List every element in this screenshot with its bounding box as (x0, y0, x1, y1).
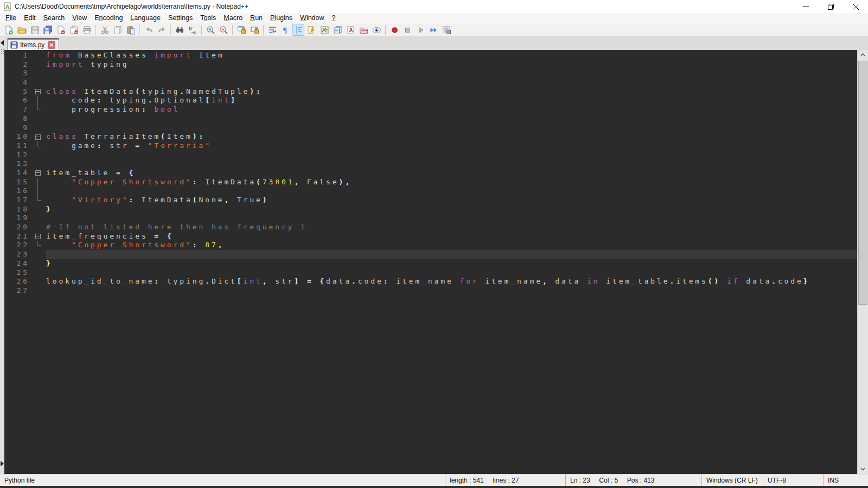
close-file-button[interactable] (55, 24, 67, 36)
code-line[interactable]: 11 game: str = "Terraria" (4, 142, 857, 151)
replace-button[interactable]: ba (187, 24, 199, 36)
tab-close-button[interactable] (48, 41, 55, 49)
code-line[interactable]: 1from BaseClasses import Item (4, 51, 857, 60)
show-all-characters-icon: ¶ (281, 25, 290, 35)
code-line[interactable]: 12 (4, 151, 857, 160)
macro-run-multiple-button[interactable] (427, 24, 439, 36)
menu-item-edit[interactable]: Edit (20, 14, 40, 23)
indent-guide-button[interactable] (292, 24, 304, 36)
macro-stop-button[interactable] (401, 24, 413, 36)
menu-item-tools[interactable]: Tools (196, 14, 220, 23)
scroll-down-button[interactable] (858, 464, 868, 474)
code-line[interactable]: 8 (4, 114, 857, 124)
code-line[interactable]: 14item_table = { (4, 169, 857, 178)
status-insert-mode[interactable]: INS (823, 474, 868, 486)
tab-scroll-left-icon[interactable] (1, 40, 4, 46)
open-file-button[interactable] (16, 24, 28, 36)
status-encoding[interactable]: UTF-8 (763, 474, 823, 486)
code-line[interactable]: 13 (4, 159, 857, 169)
code-line[interactable]: 18} (4, 205, 857, 214)
word-wrap-button[interactable] (266, 24, 278, 36)
paste-button[interactable] (125, 24, 137, 36)
minimize-button[interactable] (793, 0, 818, 13)
sync-horizontal-scroll-button[interactable] (248, 24, 260, 36)
restore-button[interactable] (818, 0, 843, 13)
close-all-button[interactable] (68, 24, 80, 36)
macro-record-icon (390, 25, 399, 35)
tab-bar: Items.py (4, 37, 868, 50)
code-line[interactable]: 9 (4, 124, 857, 133)
macro-save-button[interactable] (441, 24, 452, 36)
menu-item-macro[interactable]: Macro (220, 14, 246, 23)
save-all-button[interactable] (42, 24, 54, 36)
code-editor[interactable]: 1from BaseClasses import Item2import typ… (4, 50, 857, 474)
line-number: 2 (4, 60, 31, 69)
function-list-button[interactable] (305, 24, 317, 36)
code-line[interactable]: 19 (4, 214, 857, 223)
code-line[interactable]: 4 (4, 78, 857, 87)
cut-button[interactable] (99, 24, 111, 36)
save-file-button[interactable] (29, 24, 41, 36)
menu-item-language[interactable]: Language (126, 14, 164, 23)
redo-button[interactable] (156, 24, 168, 36)
fold-margin (31, 214, 46, 223)
monitoring-button[interactable] (371, 24, 382, 36)
copy-button[interactable] (112, 24, 124, 36)
status-eol-format[interactable]: Windows (CR LF) (701, 474, 763, 486)
menu-item-run[interactable]: Run (246, 14, 266, 23)
fold-collapse-icon[interactable] (35, 170, 41, 176)
menu-item-encoding[interactable]: Encoding (91, 14, 126, 23)
undo-button[interactable] (143, 24, 155, 36)
restore-icon (828, 4, 834, 10)
vertical-scrollbar[interactable] (857, 50, 868, 474)
code-line[interactable]: 7 progression: bool (4, 105, 857, 114)
menu-item-plugins[interactable]: Plugins (266, 14, 296, 23)
fold-collapse-icon[interactable] (35, 234, 41, 239)
code-line[interactable]: 6 code: typing.Optional[int] (4, 96, 857, 105)
show-all-characters-button[interactable]: ¶ (279, 24, 291, 36)
line-number: 21 (4, 232, 31, 241)
folder-as-workspace-button[interactable] (358, 24, 369, 36)
code-line[interactable]: 16 (4, 187, 857, 196)
edge-arrow-bottom-icon[interactable] (1, 461, 4, 466)
document-map-button[interactable] (318, 24, 330, 36)
code-line[interactable]: 22 "Copper Shortsword": 87, (4, 241, 857, 250)
scroll-up-button[interactable] (858, 50, 868, 60)
code-line[interactable]: 27 (4, 286, 857, 296)
macro-play-button[interactable] (414, 24, 426, 36)
close-button[interactable] (843, 0, 868, 13)
code-line[interactable]: 24} (4, 259, 857, 268)
zoom-out-button[interactable] (218, 24, 229, 36)
menu-item-search[interactable]: Search (40, 14, 69, 23)
code-line[interactable]: 3 (4, 69, 857, 78)
code-line[interactable]: 25 (4, 268, 857, 278)
edit-script-button[interactable] (344, 24, 356, 36)
code-line[interactable]: 15 "Copper Shortsword": ItemData(73001, … (4, 178, 857, 187)
code-line[interactable]: 26lookup_id_to_name: typing.Dict[int, st… (4, 277, 857, 286)
svg-text:b: b (189, 25, 192, 31)
macro-record-button[interactable] (388, 24, 400, 36)
scrollbar-thumb[interactable] (858, 61, 867, 305)
new-file-button[interactable] (3, 24, 15, 36)
print-button[interactable] (81, 24, 93, 36)
fold-collapse-icon[interactable] (35, 134, 41, 140)
tab-items-py[interactable]: Items.py (7, 38, 59, 50)
zoom-in-button[interactable] (205, 24, 216, 36)
menu-item-view[interactable]: View (68, 14, 91, 23)
code-line[interactable]: 23 (4, 250, 857, 259)
find-button[interactable] (174, 24, 186, 36)
sync-vertical-scroll-button[interactable] (235, 24, 247, 36)
code-line[interactable]: 21item_frequencies = { (4, 232, 857, 241)
code-line[interactable]: 17 "Victory": ItemData(None, True) (4, 196, 857, 205)
code-line[interactable]: 2import typing (4, 60, 857, 69)
menu-item-settings[interactable]: Settings (164, 14, 196, 23)
menu-item-file[interactable]: File (2, 14, 20, 23)
fold-collapse-icon[interactable] (35, 89, 41, 94)
code-text: class TerrariaItem(Item): (46, 132, 857, 142)
document-switcher-button[interactable] (331, 24, 343, 36)
code-line[interactable]: 20# If not listed here then has frequenc… (4, 223, 857, 232)
code-line[interactable]: 10class TerrariaItem(Item): (4, 132, 857, 142)
code-line[interactable]: 5class ItemData(typing.NamedTuple): (4, 87, 857, 97)
menu-item-window[interactable]: Window (296, 14, 328, 23)
menu-item-help[interactable]: ? (328, 14, 340, 23)
